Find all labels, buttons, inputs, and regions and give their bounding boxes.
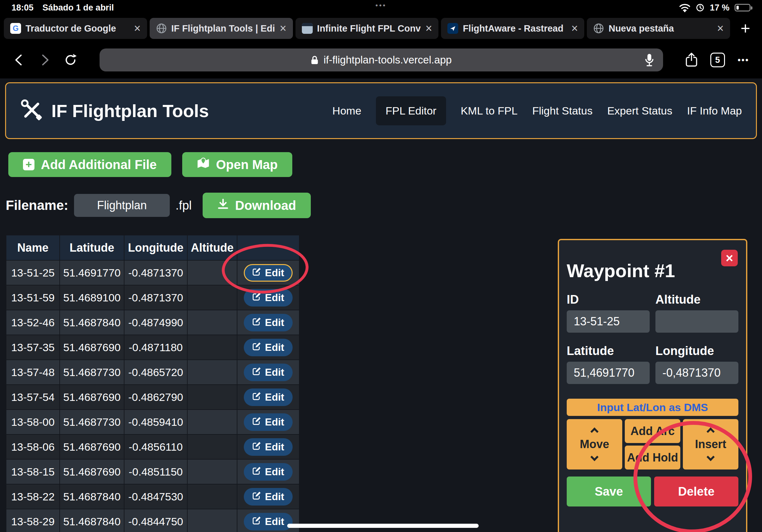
url-bar[interactable]: if-flightplan-tools.vercel.app [100,48,663,71]
nav-if-info-map[interactable]: IF Info Map [687,104,742,117]
close-icon[interactable]: × [717,23,724,34]
chevron-up-icon[interactable] [590,428,598,435]
cell-altitude [187,385,237,410]
pencil-square-icon [252,416,261,428]
nav-flight-status[interactable]: Flight Status [532,104,592,117]
globe-icon [593,23,604,34]
download-button[interactable]: Download [203,193,311,218]
waypoint-action-pad: Move Add Arc Add Hold Insert [567,419,738,470]
table-row: 13-57-35 51.4687690 -0.4871180 Edit [6,335,299,360]
reload-icon[interactable] [64,53,77,67]
edit-button[interactable]: Edit [244,438,292,456]
share-icon[interactable] [685,52,698,68]
altitude-field[interactable] [655,310,738,333]
close-panel-button[interactable]: × [721,250,738,266]
cell-latitude: 51.4687690 [60,335,124,360]
cell-altitude [187,509,237,532]
edit-button[interactable]: Edit [244,388,292,406]
multitask-dots-icon: ••• [375,1,386,10]
tab-overview-button[interactable]: 5 [710,53,725,67]
edit-label: Edit [265,441,284,453]
chevron-up-icon[interactable] [707,428,715,435]
edit-label: Edit [265,491,284,503]
close-icon[interactable]: × [571,23,578,34]
edit-button[interactable]: Edit [244,339,292,356]
edit-button[interactable]: Edit [244,364,292,381]
edit-button[interactable]: Edit [244,513,292,530]
cell-name: 13-51-25 [6,260,60,285]
site-brand[interactable]: IF Flightplan Tools [20,99,209,123]
back-icon[interactable] [13,54,26,66]
nav-home[interactable]: Home [333,104,361,117]
insert-button[interactable]: Insert [683,419,738,470]
cell-name: 13-58-06 [6,434,60,459]
tab-google-translate[interactable]: G Traductor de Google × [4,18,147,39]
cell-longitude: -0.4871180 [124,335,187,360]
tab-bar: G Traductor de Google × IF Flightplan To… [0,15,762,41]
cell-longitude: -0.4844750 [124,509,187,532]
close-icon[interactable]: × [425,23,432,34]
nav-expert-status[interactable]: Expert Status [607,104,672,117]
close-icon[interactable]: × [134,23,141,34]
table-row: 13-58-22 51.4687840 -0.4847530 Edit [6,484,299,509]
tab-flightaware[interactable]: FlightAware - Rastread × [441,18,584,39]
action-row: + Add Additional File Open Map [8,152,292,177]
move-label: Move [580,437,609,451]
cell-latitude: 51.4687840 [60,484,124,509]
url-text: if-flightplan-tools.vercel.app [324,54,452,66]
chevron-down-icon[interactable] [707,453,715,461]
edit-button[interactable]: Edit [244,289,292,306]
webpage: IF Flightplan Tools Home FPL Editor KML … [0,79,762,532]
cell-latitude: 51.4687840 [60,509,124,532]
edit-button[interactable]: Edit [244,264,292,282]
col-header-latitude: Latitude [60,235,124,260]
id-field[interactable] [567,310,650,333]
filename-input[interactable] [74,194,170,217]
edit-button[interactable]: Edit [244,413,292,431]
table-row: 13-58-06 51.4687690 -0.4856110 Edit [6,434,299,459]
home-indicator[interactable] [287,524,479,528]
move-button[interactable]: Move [567,419,622,470]
edit-button[interactable]: Edit [244,314,292,331]
edit-button[interactable]: Edit [244,488,292,505]
table-row: 13-58-15 51.4687690 -0.4851150 Edit [6,459,299,484]
nav-kml-to-fpl[interactable]: KML to FPL [461,104,518,117]
longitude-field[interactable] [655,362,738,384]
filename-extension: .fpl [176,199,192,212]
add-hold-button[interactable]: Add Hold [625,445,680,470]
pencil-square-icon [252,466,261,478]
pencil-square-icon [252,391,261,403]
table-row: 13-57-48 51.4687730 -0.4865720 Edit [6,360,299,385]
tab-if-flightplan-tools[interactable]: IF Flightplan Tools | Edi × [150,18,293,39]
chevron-down-icon[interactable] [590,453,598,461]
open-map-button[interactable]: Open Map [182,152,292,177]
edit-label: Edit [265,342,284,353]
tab-new-tab[interactable]: Nueva pestaña × [587,18,730,39]
edit-button[interactable]: Edit [244,463,292,481]
tab-infinite-flight-fpl[interactable]: Infinite Flight FPL Conv × [295,18,439,39]
table-header-row: Name Latitude Longitude Altitude [6,235,299,260]
input-dms-button[interactable]: Input Lat/Lon as DMS [567,399,738,416]
add-arc-button[interactable]: Add Arc [625,419,680,443]
cell-longitude: -0.4874990 [124,310,187,335]
more-menu-icon[interactable]: ••• [738,55,749,65]
nav-fpl-editor[interactable]: FPL Editor [376,96,446,125]
cell-altitude [187,434,237,459]
download-icon [217,198,229,213]
cell-altitude [187,484,237,509]
status-date: Sábado 1 de abril [42,3,114,13]
pencil-square-icon [252,317,261,328]
add-additional-file-button[interactable]: + Add Additional File [8,152,171,177]
delete-button[interactable]: Delete [654,477,738,506]
save-button[interactable]: Save [567,477,651,506]
alarm-clock-icon [696,3,705,12]
table-row: 13-58-29 51.4687840 -0.4844750 Edit [6,509,299,532]
fpl-converter-icon [302,23,313,34]
forward-icon[interactable] [38,54,51,66]
latitude-field[interactable] [567,362,650,384]
pencil-square-icon [252,516,261,528]
microphone-icon[interactable] [645,53,654,68]
close-icon[interactable]: × [280,23,286,34]
cell-longitude: -0.4856110 [124,434,187,459]
new-tab-button[interactable]: + [731,15,759,41]
